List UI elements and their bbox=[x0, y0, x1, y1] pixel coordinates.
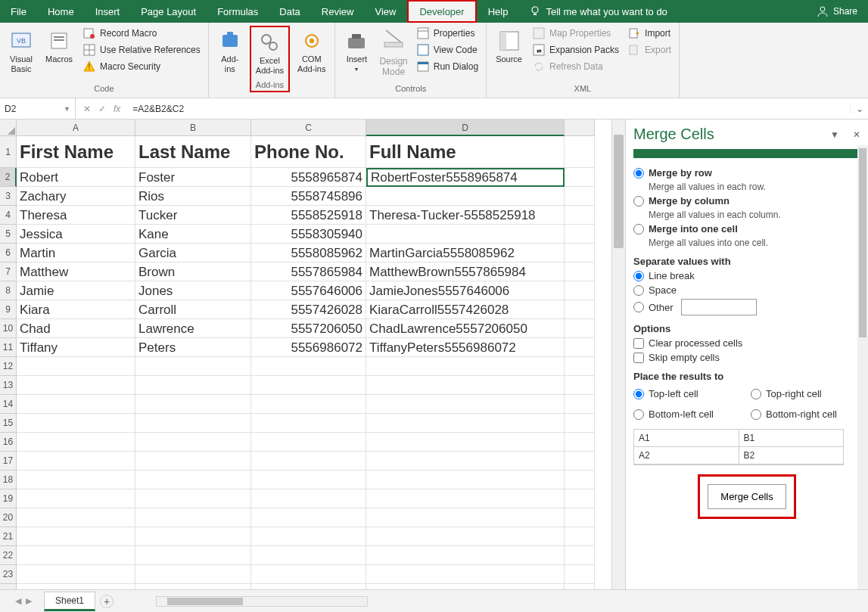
cell[interactable] bbox=[565, 433, 595, 452]
run-dialog-button[interactable]: Run Dialog bbox=[414, 59, 481, 74]
header-cell[interactable]: Last Name bbox=[135, 136, 251, 168]
cell[interactable] bbox=[565, 414, 595, 433]
cell[interactable] bbox=[251, 489, 366, 508]
vertical-scrollbar[interactable] bbox=[611, 120, 625, 589]
relative-references-button[interactable]: Use Relative References bbox=[80, 42, 204, 57]
table-row[interactable] bbox=[17, 433, 611, 452]
clear-processed-option[interactable]: Clear processed cells bbox=[633, 337, 860, 349]
row-header[interactable]: 24 bbox=[0, 584, 17, 589]
cell[interactable] bbox=[135, 489, 251, 508]
share-button[interactable]: Share bbox=[817, 5, 868, 17]
table-row[interactable] bbox=[17, 489, 611, 508]
tab-file[interactable]: File bbox=[0, 0, 37, 23]
table-row[interactable]: ChadLawrence5557206050ChadLawrence555720… bbox=[17, 319, 611, 338]
sep-space-option[interactable]: Space bbox=[633, 284, 860, 296]
table-row[interactable]: JessicaKane5558305940 bbox=[17, 225, 611, 244]
cell[interactable] bbox=[251, 527, 366, 546]
cell[interactable] bbox=[565, 244, 595, 263]
cell[interactable]: Foster bbox=[135, 168, 251, 187]
cell[interactable] bbox=[135, 471, 251, 489]
cell[interactable] bbox=[565, 357, 595, 376]
next-sheet-icon[interactable]: ▶ bbox=[26, 596, 32, 606]
cell[interactable] bbox=[565, 206, 595, 225]
cell[interactable]: 5557206050 bbox=[251, 319, 366, 338]
cell[interactable]: Kiara bbox=[17, 300, 135, 319]
cell[interactable] bbox=[565, 338, 595, 357]
row-header[interactable]: 22 bbox=[0, 546, 17, 565]
cell[interactable] bbox=[565, 565, 595, 584]
cell[interactable] bbox=[565, 508, 595, 527]
cell[interactable] bbox=[17, 471, 135, 489]
row-header[interactable]: 17 bbox=[0, 452, 17, 471]
cell[interactable]: Theresa bbox=[17, 206, 135, 225]
cell[interactable]: Peters bbox=[135, 338, 251, 357]
cell[interactable] bbox=[17, 357, 135, 376]
cell[interactable] bbox=[135, 546, 251, 565]
insert-control-button[interactable]: Insert▾ bbox=[340, 26, 373, 76]
cell[interactable] bbox=[251, 546, 366, 565]
cell[interactable] bbox=[366, 584, 565, 589]
cell[interactable] bbox=[565, 376, 595, 395]
source-button[interactable]: Source bbox=[491, 26, 527, 67]
table-row[interactable] bbox=[17, 414, 611, 433]
table-row[interactable]: TiffanyPeters5556986072TiffanyPeters5556… bbox=[17, 338, 611, 357]
view-code-button[interactable]: View Code bbox=[414, 42, 481, 57]
cancel-icon[interactable]: ✕ bbox=[83, 104, 91, 114]
table-row[interactable] bbox=[17, 584, 611, 589]
table-row[interactable]: RobertFoster5558965874RobertFoster555896… bbox=[17, 168, 611, 187]
cell[interactable] bbox=[17, 376, 135, 395]
cell[interactable] bbox=[17, 527, 135, 546]
header-cell[interactable]: Phone No. bbox=[251, 136, 366, 168]
cell[interactable]: JamieJones5557646006 bbox=[366, 281, 565, 300]
cell[interactable]: Zachary bbox=[17, 187, 135, 206]
tab-insert[interactable]: Insert bbox=[85, 0, 131, 23]
cell[interactable] bbox=[366, 357, 565, 376]
cell[interactable] bbox=[366, 489, 565, 508]
row-header[interactable]: 12 bbox=[0, 357, 17, 376]
record-macro-button[interactable]: Record Macro bbox=[80, 26, 204, 41]
cell[interactable] bbox=[17, 546, 135, 565]
table-row[interactable] bbox=[17, 376, 611, 395]
tab-data[interactable]: Data bbox=[269, 0, 310, 23]
row-header[interactable]: 10 bbox=[0, 319, 17, 338]
cell[interactable]: Jessica bbox=[17, 225, 135, 244]
cell[interactable] bbox=[17, 584, 135, 589]
cell[interactable]: Theresa-Tucker-5558525918 bbox=[366, 206, 565, 225]
cell[interactable] bbox=[565, 527, 595, 546]
cell[interactable] bbox=[366, 225, 565, 244]
cell[interactable] bbox=[251, 452, 366, 471]
row-header[interactable]: 9 bbox=[0, 300, 17, 319]
horizontal-scrollbar[interactable] bbox=[156, 596, 368, 607]
select-all-button[interactable] bbox=[0, 120, 17, 136]
cell[interactable] bbox=[565, 281, 595, 300]
cell[interactable]: Tiffany bbox=[17, 338, 135, 357]
expansion-packs-button[interactable]: ⇄Expansion Packs bbox=[530, 42, 622, 57]
cell[interactable] bbox=[565, 584, 595, 589]
cell[interactable]: 5557865984 bbox=[251, 263, 366, 281]
tab-home[interactable]: Home bbox=[37, 0, 85, 23]
addins-button[interactable]: Add- ins bbox=[213, 26, 247, 77]
cell[interactable] bbox=[251, 508, 366, 527]
merge-cells-button[interactable]: Merge Cells bbox=[708, 484, 786, 509]
cell[interactable] bbox=[17, 414, 135, 433]
cell[interactable] bbox=[366, 546, 565, 565]
table-row[interactable]: First Name Last Name Phone No. Full Name bbox=[17, 136, 611, 168]
cell[interactable]: Chad bbox=[17, 319, 135, 338]
cell[interactable]: Lawrence bbox=[135, 319, 251, 338]
cell[interactable]: 5556986072 bbox=[251, 338, 366, 357]
cell[interactable]: Kane bbox=[135, 225, 251, 244]
table-row[interactable] bbox=[17, 565, 611, 584]
cell[interactable]: Jones bbox=[135, 281, 251, 300]
design-mode-button[interactable]: Design Mode bbox=[376, 26, 410, 79]
cell[interactable] bbox=[135, 584, 251, 589]
row-header[interactable]: 20 bbox=[0, 508, 17, 527]
table-row[interactable] bbox=[17, 357, 611, 376]
cell[interactable] bbox=[17, 395, 135, 414]
table-row[interactable] bbox=[17, 527, 611, 546]
cell[interactable]: Martin bbox=[17, 244, 135, 263]
place-tl-option[interactable]: Top-left cell bbox=[633, 388, 743, 399]
place-br-option[interactable]: Bottom-right cell bbox=[751, 409, 860, 420]
table-row[interactable] bbox=[17, 546, 611, 565]
row-header[interactable]: 21 bbox=[0, 527, 17, 546]
cell[interactable]: RobertFoster5558965874 bbox=[366, 168, 565, 187]
